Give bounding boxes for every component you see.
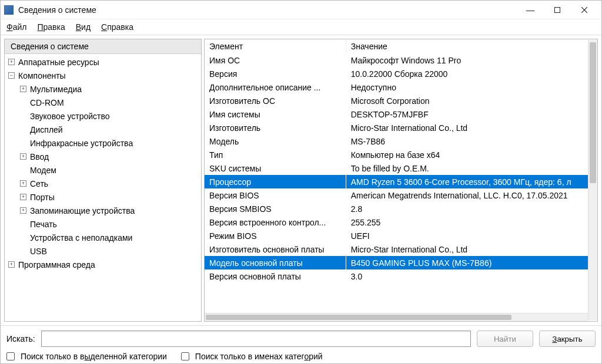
cell-value: Microsoft Corporation xyxy=(346,94,597,107)
tree-item[interactable]: −Компоненты xyxy=(5,69,201,82)
tree-item-label: Звуковое устройство xyxy=(30,112,110,121)
table-row[interactable]: Версия встроенного контрол...255.255 xyxy=(205,215,597,229)
table-row[interactable]: Имя системыDESKTOP-57MJFBF xyxy=(205,107,597,121)
tree-item-label: USB xyxy=(30,247,47,256)
tree-item[interactable]: +Программная среда xyxy=(5,258,201,271)
table-row[interactable]: ИзготовительMicro-Star International Co.… xyxy=(205,121,597,134)
search-area: Искать: Найти Закрыть Поиск только в выд… xyxy=(1,326,601,363)
cell-element: Изготовитель ОС xyxy=(205,94,346,107)
table-row[interactable]: Версия SMBIOS2.8 xyxy=(205,202,597,215)
expand-icon[interactable]: + xyxy=(20,180,26,187)
cell-element: Имя системы xyxy=(205,107,346,121)
tree-item-label: Дисплей xyxy=(30,125,63,134)
table-row[interactable]: ТипКомпьютер на базе x64 xyxy=(205,148,597,161)
tree-item[interactable]: Печать xyxy=(5,217,201,231)
tree-item[interactable]: Звуковое устройство xyxy=(5,109,201,123)
table-row[interactable]: SKU системыTo be filled by O.E.M. xyxy=(205,161,597,175)
cell-value: Недоступно xyxy=(346,80,597,94)
tree-item-label: Инфракрасные устройства xyxy=(30,139,133,148)
tree-item-label: Порты xyxy=(30,193,55,202)
table-row[interactable]: Дополнительное описание ...Недоступно xyxy=(205,80,597,94)
collapse-icon[interactable]: − xyxy=(8,72,15,79)
menu-edit-label: равка xyxy=(44,22,65,32)
tree-item[interactable]: +Мультимедиа xyxy=(5,82,201,96)
maximize-button[interactable] xyxy=(544,1,571,19)
table-row[interactable]: Версия BIOSAmerican Megatrends Internati… xyxy=(205,188,597,202)
vertical-scrollbar[interactable] xyxy=(588,40,597,321)
tree-item[interactable]: +Аппаратные ресурсы xyxy=(5,55,201,69)
tree-item[interactable]: Инфракрасные устройства xyxy=(5,136,201,150)
close-panel-button[interactable]: Закрыть xyxy=(539,331,596,347)
tree-item[interactable]: +Запоминающие устройства xyxy=(5,204,201,217)
checkbox-category-names[interactable]: Поиск только в именах категорий xyxy=(181,352,323,361)
tree-item[interactable]: +Ввод xyxy=(5,150,201,163)
cell-element: Дополнительное описание ... xyxy=(205,80,346,94)
cell-element: Изготовитель основной платы xyxy=(205,242,346,256)
cell-value: B450 GAMING PLUS MAX (MS-7B86) xyxy=(346,256,597,269)
cell-element: Процессор xyxy=(205,175,346,188)
menu-help[interactable]: Справка xyxy=(101,22,133,32)
checkbox-selected-category[interactable]: Поиск только в выделенной категории xyxy=(6,352,167,361)
table-row[interactable]: ПроцессорAMD Ryzen 5 3600 6-Core Process… xyxy=(205,175,597,188)
tree-item[interactable]: USB xyxy=(5,244,201,258)
menu-file[interactable]: Файл xyxy=(6,22,26,32)
table-row[interactable]: Версия10.0.22000 Сборка 22000 xyxy=(205,67,597,80)
title-bar: Сведения о системе — xyxy=(1,1,601,19)
tree-item[interactable]: Дисплей xyxy=(5,123,201,136)
search-input[interactable] xyxy=(41,331,471,347)
tree-item[interactable]: CD-ROM xyxy=(5,96,201,109)
tree-item-label: Модем xyxy=(30,166,56,175)
menu-help-label: правка xyxy=(107,22,133,32)
table-row[interactable]: Режим BIOSUEFI xyxy=(205,229,597,242)
nav-root[interactable]: Сведения о системе xyxy=(5,39,201,54)
cell-value: Micro-Star International Co., Ltd xyxy=(346,242,597,256)
tree-item-label: Мультимедиа xyxy=(30,85,82,94)
cell-value: 255.255 xyxy=(346,215,597,229)
cell-value: 10.0.22000 Сборка 22000 xyxy=(346,67,597,80)
tree-item[interactable]: Устройства с неполадками xyxy=(5,231,201,244)
find-button[interactable]: Найти xyxy=(477,331,533,347)
cell-value: DESKTOP-57MJFBF xyxy=(346,107,597,121)
menu-edit[interactable]: Правка xyxy=(37,22,65,32)
col-header-value[interactable]: Значение xyxy=(346,39,597,53)
expand-icon[interactable]: + xyxy=(20,207,26,214)
expand-icon[interactable]: + xyxy=(8,261,15,268)
close-button[interactable] xyxy=(571,1,598,19)
tree-item[interactable]: Модем xyxy=(5,163,201,177)
expand-icon[interactable]: + xyxy=(20,86,26,92)
tree-item-label: Программная среда xyxy=(18,260,95,269)
tree-item[interactable]: +Порты xyxy=(5,190,201,204)
expand-icon[interactable]: + xyxy=(20,153,26,160)
table-row[interactable]: Изготовитель ОСMicrosoft Corporation xyxy=(205,94,597,107)
tree-item-label: CD-ROM xyxy=(30,98,64,107)
table-row[interactable]: Имя ОСМайкрософт Windows 11 Pro xyxy=(205,53,597,67)
tree-item[interactable]: +Сеть xyxy=(5,177,201,190)
minimize-button[interactable]: — xyxy=(517,1,544,19)
cell-value: UEFI xyxy=(346,229,597,242)
svg-rect-0 xyxy=(555,7,560,12)
table-row[interactable]: Версия основной платы3.0 xyxy=(205,269,597,283)
cell-element: Имя ОС xyxy=(205,53,346,67)
search-label: Искать: xyxy=(6,334,35,343)
cell-element: Режим BIOS xyxy=(205,229,346,242)
cell-value: Компьютер на базе x64 xyxy=(346,148,597,161)
cell-element: Версия встроенного контрол... xyxy=(205,215,346,229)
details-pane: Элемент Значение Имя ОСМайкрософт Window… xyxy=(204,39,598,322)
cell-element: Модель xyxy=(205,134,346,148)
table-row[interactable]: Модель основной платыB450 GAMING PLUS MA… xyxy=(205,256,597,269)
horizontal-scrollbar[interactable] xyxy=(205,313,588,321)
details-table: Элемент Значение Имя ОСМайкрософт Window… xyxy=(205,39,597,283)
cell-element: SKU системы xyxy=(205,161,346,175)
table-row[interactable]: МодельMS-7B86 xyxy=(205,134,597,148)
tree-item-label: Компоненты xyxy=(18,71,66,80)
menu-file-label: айл xyxy=(13,22,27,32)
expand-icon[interactable]: + xyxy=(8,59,15,65)
menu-view[interactable]: Вид xyxy=(76,22,91,32)
table-row[interactable]: Изготовитель основной платыMicro-Star In… xyxy=(205,242,597,256)
app-icon xyxy=(4,5,14,15)
cell-value: Майкрософт Windows 11 Pro xyxy=(346,53,597,67)
col-header-element[interactable]: Элемент xyxy=(205,39,346,53)
cell-value: 3.0 xyxy=(346,269,597,283)
cell-element: Тип xyxy=(205,148,346,161)
expand-icon[interactable]: + xyxy=(20,194,26,200)
